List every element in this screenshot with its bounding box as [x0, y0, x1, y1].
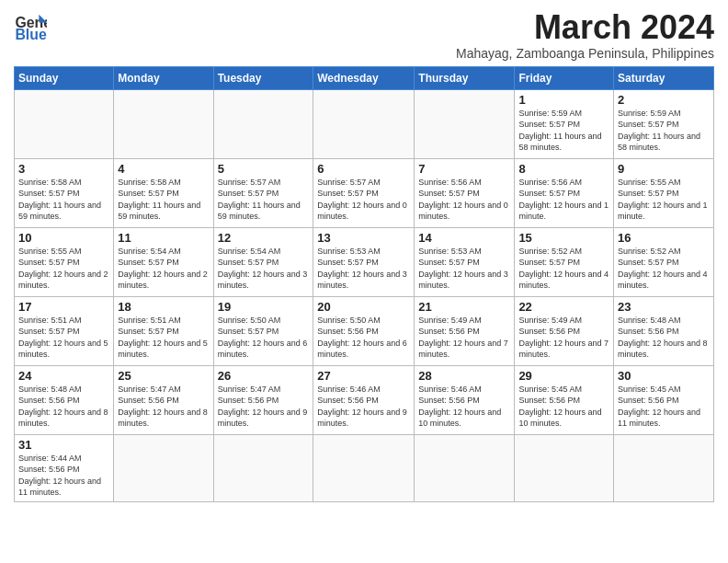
calendar-cell: 23Sunrise: 5:48 AM Sunset: 5:56 PM Dayli… [614, 296, 714, 365]
day-info: Sunrise: 5:58 AM Sunset: 5:57 PM Dayligh… [118, 177, 209, 223]
calendar-cell: 19Sunrise: 5:50 AM Sunset: 5:57 PM Dayli… [213, 296, 313, 365]
day-info: Sunrise: 5:45 AM Sunset: 5:56 PM Dayligh… [518, 384, 609, 430]
calendar-cell: 28Sunrise: 5:46 AM Sunset: 5:56 PM Dayli… [415, 365, 515, 434]
calendar-cell: 30Sunrise: 5:45 AM Sunset: 5:56 PM Dayli… [614, 365, 714, 434]
calendar-cell: 15Sunrise: 5:52 AM Sunset: 5:57 PM Dayli… [515, 227, 614, 296]
calendar-cell [313, 89, 415, 158]
calendar-cell: 18Sunrise: 5:51 AM Sunset: 5:57 PM Dayli… [114, 296, 213, 365]
day-info: Sunrise: 5:55 AM Sunset: 5:57 PM Dayligh… [18, 246, 109, 292]
calendar-cell [415, 89, 515, 158]
day-info: Sunrise: 5:58 AM Sunset: 5:57 PM Dayligh… [18, 177, 109, 223]
calendar-cell: 11Sunrise: 5:54 AM Sunset: 5:57 PM Dayli… [114, 227, 213, 296]
weekday-header-friday: Friday [515, 66, 614, 89]
calendar-cell [415, 434, 515, 501]
calendar-cell: 4Sunrise: 5:58 AM Sunset: 5:57 PM Daylig… [114, 158, 213, 227]
day-info: Sunrise: 5:53 AM Sunset: 5:57 PM Dayligh… [418, 246, 510, 292]
day-number: 15 [518, 231, 609, 245]
calendar-cell [15, 89, 114, 158]
calendar-cell [213, 89, 313, 158]
calendar-cell: 25Sunrise: 5:47 AM Sunset: 5:56 PM Dayli… [114, 365, 213, 434]
calendar-cell: 14Sunrise: 5:53 AM Sunset: 5:57 PM Dayli… [415, 227, 515, 296]
month-title: March 2024 [456, 9, 714, 46]
day-info: Sunrise: 5:56 AM Sunset: 5:57 PM Dayligh… [518, 177, 609, 223]
day-info: Sunrise: 5:53 AM Sunset: 5:57 PM Dayligh… [317, 246, 410, 292]
day-info: Sunrise: 5:48 AM Sunset: 5:56 PM Dayligh… [18, 384, 109, 430]
calendar-cell: 3Sunrise: 5:58 AM Sunset: 5:57 PM Daylig… [15, 158, 114, 227]
day-number: 18 [118, 300, 209, 314]
day-info: Sunrise: 5:49 AM Sunset: 5:56 PM Dayligh… [518, 315, 609, 361]
day-info: Sunrise: 5:48 AM Sunset: 5:56 PM Dayligh… [618, 315, 710, 361]
calendar-cell: 26Sunrise: 5:47 AM Sunset: 5:56 PM Dayli… [213, 365, 313, 434]
day-number: 6 [317, 162, 410, 176]
day-number: 11 [118, 231, 209, 245]
day-info: Sunrise: 5:52 AM Sunset: 5:57 PM Dayligh… [518, 246, 609, 292]
day-number: 5 [218, 162, 310, 176]
calendar-cell: 5Sunrise: 5:57 AM Sunset: 5:57 PM Daylig… [213, 158, 313, 227]
day-info: Sunrise: 5:59 AM Sunset: 5:57 PM Dayligh… [518, 108, 609, 154]
day-number: 3 [18, 162, 109, 176]
calendar-cell: 2Sunrise: 5:59 AM Sunset: 5:57 PM Daylig… [614, 89, 714, 158]
day-info: Sunrise: 5:54 AM Sunset: 5:57 PM Dayligh… [118, 246, 209, 292]
calendar-cell: 16Sunrise: 5:52 AM Sunset: 5:57 PM Dayli… [614, 227, 714, 296]
day-info: Sunrise: 5:54 AM Sunset: 5:57 PM Dayligh… [218, 246, 310, 292]
day-number: 10 [18, 231, 109, 245]
day-number: 14 [418, 231, 510, 245]
calendar-cell [114, 89, 213, 158]
calendar-cell [313, 434, 415, 501]
day-number: 30 [618, 369, 710, 383]
day-info: Sunrise: 5:55 AM Sunset: 5:57 PM Dayligh… [618, 177, 710, 223]
calendar-cell: 9Sunrise: 5:55 AM Sunset: 5:57 PM Daylig… [614, 158, 714, 227]
day-number: 7 [418, 162, 510, 176]
weekday-header-thursday: Thursday [415, 66, 515, 89]
day-info: Sunrise: 5:51 AM Sunset: 5:57 PM Dayligh… [118, 315, 209, 361]
day-number: 8 [518, 162, 609, 176]
day-number: 31 [18, 438, 109, 452]
calendar-cell [515, 434, 614, 501]
calendar-cell: 12Sunrise: 5:54 AM Sunset: 5:57 PM Dayli… [213, 227, 313, 296]
calendar-cell: 13Sunrise: 5:53 AM Sunset: 5:57 PM Dayli… [313, 227, 415, 296]
day-number: 12 [218, 231, 310, 245]
weekday-header-monday: Monday [114, 66, 213, 89]
day-info: Sunrise: 5:46 AM Sunset: 5:56 PM Dayligh… [317, 384, 410, 430]
title-block: March 2024 Mahayag, Zamboanga Peninsula,… [456, 9, 714, 61]
day-number: 23 [618, 300, 710, 314]
day-number: 22 [518, 300, 609, 314]
page-header: General Blue March 2024 Mahayag, Zamboan… [14, 9, 714, 61]
day-info: Sunrise: 5:47 AM Sunset: 5:56 PM Dayligh… [118, 384, 209, 430]
calendar-week-row: 17Sunrise: 5:51 AM Sunset: 5:57 PM Dayli… [15, 296, 714, 365]
day-info: Sunrise: 5:44 AM Sunset: 5:56 PM Dayligh… [18, 453, 109, 499]
day-number: 24 [18, 369, 109, 383]
calendar-week-row: 1Sunrise: 5:59 AM Sunset: 5:57 PM Daylig… [15, 89, 714, 158]
svg-text:Blue: Blue [15, 27, 46, 42]
day-info: Sunrise: 5:52 AM Sunset: 5:57 PM Dayligh… [618, 246, 710, 292]
day-info: Sunrise: 5:50 AM Sunset: 5:56 PM Dayligh… [317, 315, 410, 361]
weekday-header-row: SundayMondayTuesdayWednesdayThursdayFrid… [15, 66, 714, 89]
day-number: 29 [518, 369, 609, 383]
day-number: 25 [118, 369, 209, 383]
calendar-cell: 21Sunrise: 5:49 AM Sunset: 5:56 PM Dayli… [415, 296, 515, 365]
day-info: Sunrise: 5:49 AM Sunset: 5:56 PM Dayligh… [418, 315, 510, 361]
day-info: Sunrise: 5:51 AM Sunset: 5:57 PM Dayligh… [18, 315, 109, 361]
day-info: Sunrise: 5:59 AM Sunset: 5:57 PM Dayligh… [618, 108, 710, 154]
weekday-header-wednesday: Wednesday [313, 66, 415, 89]
day-info: Sunrise: 5:47 AM Sunset: 5:56 PM Dayligh… [218, 384, 310, 430]
day-number: 19 [218, 300, 310, 314]
calendar-week-row: 24Sunrise: 5:48 AM Sunset: 5:56 PM Dayli… [15, 365, 714, 434]
weekday-header-saturday: Saturday [614, 66, 714, 89]
calendar-cell: 1Sunrise: 5:59 AM Sunset: 5:57 PM Daylig… [515, 89, 614, 158]
calendar-cell: 24Sunrise: 5:48 AM Sunset: 5:56 PM Dayli… [15, 365, 114, 434]
calendar-table: SundayMondayTuesdayWednesdayThursdayFrid… [14, 66, 714, 502]
calendar-cell: 7Sunrise: 5:56 AM Sunset: 5:57 PM Daylig… [415, 158, 515, 227]
day-info: Sunrise: 5:50 AM Sunset: 5:57 PM Dayligh… [218, 315, 310, 361]
calendar-cell: 8Sunrise: 5:56 AM Sunset: 5:57 PM Daylig… [515, 158, 614, 227]
calendar-cell [213, 434, 313, 501]
calendar-cell: 17Sunrise: 5:51 AM Sunset: 5:57 PM Dayli… [15, 296, 114, 365]
logo: General Blue [14, 9, 47, 42]
day-number: 9 [618, 162, 710, 176]
day-number: 4 [118, 162, 209, 176]
calendar-cell: 22Sunrise: 5:49 AM Sunset: 5:56 PM Dayli… [515, 296, 614, 365]
calendar-cell: 20Sunrise: 5:50 AM Sunset: 5:56 PM Dayli… [313, 296, 415, 365]
calendar-cell [114, 434, 213, 501]
day-number: 1 [518, 93, 609, 107]
day-number: 26 [218, 369, 310, 383]
